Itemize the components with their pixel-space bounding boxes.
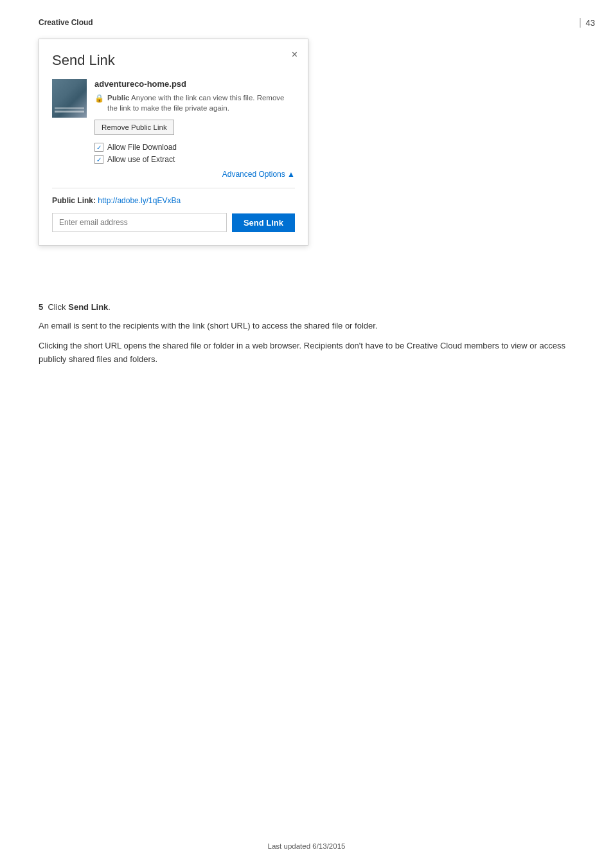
public-notice-rest: Anyone with the link can view this file.… [107,94,285,112]
body-para-2: Clicking the short URL opens the shared … [39,339,574,366]
file-info-row: adventureco-home.psd 🔒 Public Anyone wit… [52,79,295,179]
send-link-dialog: Send Link × adventureco-home.psd 🔒 Publi… [39,39,308,246]
checkbox-extract[interactable]: ✓ [94,155,103,164]
public-link-label: Public Link: [52,196,96,205]
public-link-url[interactable]: http://adobe.ly/1qEVxBa [98,196,181,205]
remove-public-link-button[interactable]: Remove Public Link [94,120,174,135]
dialog-title: Send Link [52,52,295,69]
file-details: adventureco-home.psd 🔒 Public Anyone wit… [94,79,295,179]
public-bold: Public [107,94,130,102]
page-header: Creative Cloud [39,18,93,27]
body-content: 5 Click Send Link. An email is sent to t… [39,302,574,372]
public-link-row: Public Link: http://adobe.ly/1qEVxBa [52,196,295,205]
public-notice: 🔒 Public Anyone with the link can view t… [94,93,295,113]
lock-icon: 🔒 [94,93,104,104]
send-row: Send Link [52,213,295,232]
email-input[interactable] [52,213,227,232]
checkbox-extract-label: Allow use of Extract [107,155,175,164]
checkboxes: ✓ Allow File Download ✓ Allow use of Ext… [94,143,295,164]
page-footer: Last updated 6/13/2015 [0,842,613,850]
file-name: adventureco-home.psd [94,79,295,89]
step-number: 5 [39,302,43,312]
dialog-wrapper: Send Link × adventureco-home.psd 🔒 Publi… [39,39,574,246]
page-number: 43 [580,18,595,28]
checkbox-download[interactable]: ✓ [94,143,103,152]
step-action: Send Link [68,302,108,312]
checkbox-download-label: Allow File Download [107,143,177,152]
body-para-1: An email is sent to the recipients with … [39,320,574,333]
send-link-button[interactable]: Send Link [232,213,295,232]
checkbox-row-download: ✓ Allow File Download [94,143,295,152]
file-thumbnail [52,79,87,118]
step-label: 5 Click Send Link. [39,302,574,312]
advanced-options-link[interactable]: Advanced Options ▲ [94,167,295,179]
dialog-divider [52,188,295,188]
close-button[interactable]: × [292,50,298,60]
checkbox-row-extract: ✓ Allow use of Extract [94,155,295,164]
public-notice-text: Public Anyone with the link can view thi… [107,93,295,113]
